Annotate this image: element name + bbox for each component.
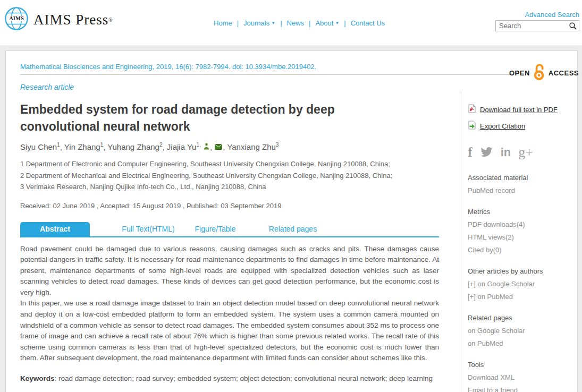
sidebar-link-pdf-downloads[interactable]: PDF downloads(4) bbox=[468, 220, 577, 228]
top-header: AIMS AIMS Press® Home | Journals▼ | News… bbox=[0, 0, 582, 45]
sidebar-link-pubmed-record[interactable]: PubMed record bbox=[468, 186, 577, 194]
sidebar-heading-related-pages: Related pages bbox=[468, 314, 577, 322]
nav-separator: | bbox=[344, 19, 345, 27]
keywords-line: Keywords: road damage detection; road su… bbox=[20, 374, 439, 382]
authors-line: Siyu Chen1, Yin Zhang1, Yuhang Zhang2, J… bbox=[20, 142, 439, 151]
sidebar-link-related-google-scholar[interactable]: on Google Scholar bbox=[468, 327, 577, 335]
open-access-open-label: OPEN bbox=[509, 69, 530, 77]
affiliation-line: 1 Department of Electronic and Computer … bbox=[20, 158, 439, 170]
email-author-icon[interactable] bbox=[215, 142, 222, 151]
registered-mark: ® bbox=[108, 17, 113, 23]
chevron-down-icon: ▼ bbox=[271, 21, 275, 25]
main-navigation: Home | Journals▼ | News | About▼ | Conta… bbox=[214, 19, 385, 27]
affiliation-line: 2 Department of Mechanical and Electrica… bbox=[20, 170, 439, 182]
nav-news[interactable]: News bbox=[287, 19, 305, 27]
nav-separator: | bbox=[280, 19, 282, 27]
nav-home[interactable]: Home bbox=[214, 19, 232, 27]
journal-citation-link[interactable]: Mathematical Biosciences and Engineering… bbox=[20, 63, 316, 71]
tab-abstract[interactable]: Abstract bbox=[20, 222, 90, 236]
main-column: Mathematical Biosciences and Engineering… bbox=[20, 62, 439, 392]
svg-text:AIMS: AIMS bbox=[9, 15, 24, 21]
search-icon[interactable] bbox=[569, 22, 577, 30]
article-tabbar: Abstract Full Text(HTML) Figure/Table Re… bbox=[20, 222, 439, 237]
sidebar-link-related-pubmed[interactable]: on PubMed bbox=[468, 339, 577, 347]
author-link[interactable]: Yin Zhang1 bbox=[64, 142, 103, 151]
sidebar-link-cited-by[interactable]: Cited by(0) bbox=[468, 246, 577, 254]
article-dates: Received: 02 June 2019 , Accepted: 15 Au… bbox=[20, 202, 439, 210]
search-input[interactable] bbox=[496, 22, 569, 30]
advanced-search-link[interactable]: Advanced Search bbox=[525, 11, 579, 19]
open-lock-icon bbox=[532, 63, 546, 83]
article-type-label[interactable]: Research article bbox=[20, 83, 439, 91]
sidebar-link-download-xml[interactable]: Download XML bbox=[468, 373, 577, 381]
article-title: Embedded system for road damage detectio… bbox=[20, 101, 382, 135]
sidebar-link-email-to-friend[interactable]: Email to a friend bbox=[468, 386, 577, 392]
sidebar-heading-tools: Tools bbox=[468, 361, 577, 369]
sidebar: Download full text in PDF Export Citatio… bbox=[468, 104, 577, 392]
tab-related-pages[interactable]: Related pages bbox=[261, 222, 325, 236]
sidebar-link-authors-google-scholar[interactable]: [+] on Google Scholar bbox=[468, 280, 577, 288]
nav-separator: | bbox=[237, 19, 239, 27]
sidebar-link-html-views[interactable]: HTML views(2) bbox=[468, 233, 577, 241]
nav-contact-us[interactable]: Contact Us bbox=[351, 19, 385, 27]
abstract-section: Road pavement could be damaged due to va… bbox=[20, 244, 439, 364]
export-citation-icon bbox=[468, 121, 476, 131]
author-link[interactable]: Yuhang Zhang2 bbox=[107, 142, 162, 151]
download-pdf-link[interactable]: Download full text in PDF bbox=[468, 104, 577, 115]
open-access-badge: OPEN ACCESS bbox=[509, 63, 579, 83]
social-share-row: f in g+ bbox=[468, 144, 577, 160]
nav-journals[interactable]: Journals▼ bbox=[243, 19, 275, 27]
chevron-down-icon: ▼ bbox=[335, 21, 339, 25]
tab-figure-table[interactable]: Figure/Table bbox=[191, 222, 240, 236]
article-card: OPEN ACCESS Mathematical Biosciences and… bbox=[5, 50, 578, 392]
author-link[interactable]: Jiajia Yu1, bbox=[167, 142, 201, 151]
abstract-paragraph: In this paper, we use a road damage imag… bbox=[20, 298, 439, 364]
affiliations: 1 Department of Electronic and Computer … bbox=[20, 158, 439, 193]
pdf-file-icon bbox=[468, 104, 476, 115]
google-plus-icon[interactable]: g+ bbox=[518, 144, 533, 160]
sidebar-heading-associated-material: Associated material bbox=[468, 174, 577, 182]
keywords-text: : road damage detection; road survey; em… bbox=[55, 374, 433, 382]
search-box bbox=[495, 20, 579, 31]
sidebar-link-authors-pubmed[interactable]: [+] on PubMed bbox=[468, 293, 577, 301]
sidebar-divider bbox=[461, 91, 461, 392]
affiliation-line: 3 Verimake Research, Nanjing Qujike Info… bbox=[20, 181, 439, 193]
aims-press-logo[interactable]: AIMS AIMS Press® bbox=[4, 6, 113, 33]
sidebar-heading-metrics: Metrics bbox=[468, 208, 577, 216]
author-link[interactable]: Siyu Chen1 bbox=[20, 142, 60, 151]
sidebar-heading-other-articles: Other articles by authors bbox=[468, 267, 577, 275]
aims-globe-icon: AIMS bbox=[4, 6, 29, 33]
nav-about[interactable]: About▼ bbox=[315, 19, 339, 27]
tab-full-text[interactable]: Full Text(HTML) bbox=[106, 222, 191, 236]
facebook-icon[interactable]: f bbox=[468, 144, 473, 160]
linkedin-icon[interactable]: in bbox=[501, 146, 511, 159]
nav-separator: | bbox=[309, 19, 310, 27]
keywords-label: Keywords bbox=[20, 374, 55, 382]
abstract-paragraph: Road pavement could be damaged due to va… bbox=[20, 244, 439, 299]
author-link[interactable]: Yanxiang Zhu3 bbox=[227, 142, 279, 151]
export-citation-link[interactable]: Export Citation bbox=[468, 121, 577, 131]
open-access-access-label: ACCESS bbox=[549, 69, 579, 77]
logo-wordmark: AIMS Press bbox=[33, 12, 108, 28]
corresponding-author-icon[interactable] bbox=[204, 142, 209, 151]
twitter-icon[interactable] bbox=[480, 146, 493, 159]
